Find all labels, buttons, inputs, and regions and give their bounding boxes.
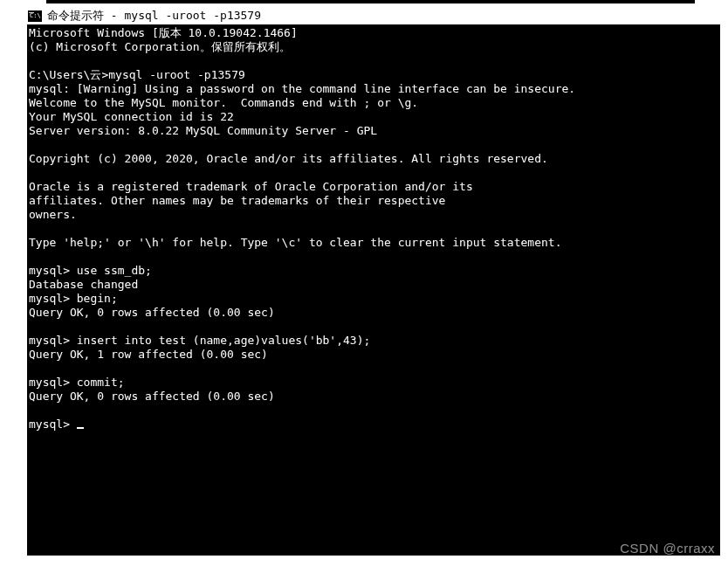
terminal-line: mysql> use ssm_db; xyxy=(29,264,152,277)
terminal-line: Your MySQL connection id is 22 xyxy=(29,110,234,123)
terminal-line: mysql> begin; xyxy=(29,292,118,305)
terminal-line: affiliates. Other names may be trademark… xyxy=(29,194,445,207)
terminal-line: (c) Microsoft Corporation。保留所有权利。 xyxy=(29,40,291,53)
watermark-text: CSDN @crraxx xyxy=(620,542,715,556)
terminal-line: C:\Users\云>mysql -uroot -p13579 xyxy=(29,68,245,81)
terminal-line: Type 'help;' or '\h' for help. Type '\c'… xyxy=(29,236,561,249)
terminal-line: Query OK, 0 rows affected (0.00 sec) xyxy=(29,306,275,319)
terminal-line: Database changed xyxy=(29,278,138,291)
terminal-line: Microsoft Windows [版本 10.0.19042.1466] xyxy=(29,26,298,39)
window-title-bar: C:\ 命令提示符 - mysql -uroot -p13579 xyxy=(0,3,728,24)
terminal-line: Oracle is a registered trademark of Orac… xyxy=(29,180,473,193)
terminal-prompt[interactable]: mysql> xyxy=(29,418,77,431)
terminal-line: Query OK, 0 rows affected (0.00 sec) xyxy=(29,390,275,403)
terminal-line: Welcome to the MySQL monitor. Commands e… xyxy=(29,96,418,109)
terminal-line: Copyright (c) 2000, 2020, Oracle and/or … xyxy=(29,152,548,165)
terminal-line: mysql> insert into test (name,age)values… xyxy=(29,334,370,347)
terminal-line: mysql> commit; xyxy=(29,376,125,389)
cursor-icon xyxy=(77,427,84,429)
terminal-line: Query OK, 1 row affected (0.00 sec) xyxy=(29,348,268,361)
terminal-line: Server version: 8.0.22 MySQL Community S… xyxy=(29,124,377,137)
terminal-line: owners. xyxy=(29,208,77,221)
window-title-text: 命令提示符 - mysql -uroot -p13579 xyxy=(47,8,261,24)
cmd-icon: C:\ xyxy=(28,10,42,22)
terminal-line: mysql: [Warning] Using a password on the… xyxy=(29,82,575,95)
terminal-area[interactable]: Microsoft Windows [版本 10.0.19042.1466] (… xyxy=(27,24,720,556)
